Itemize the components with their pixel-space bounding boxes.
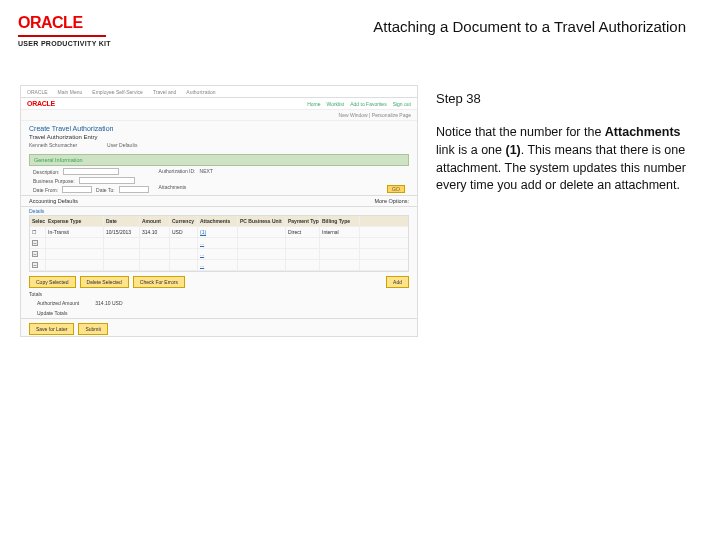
desc-input[interactable] bbox=[63, 168, 119, 175]
add-button[interactable]: Add bbox=[386, 276, 409, 288]
row-bill[interactable]: Internal bbox=[320, 227, 360, 237]
para-bold1: Attachments bbox=[605, 125, 681, 139]
update-totals-link[interactable]: Update Totals bbox=[37, 310, 67, 316]
attachments-link[interactable]: ... bbox=[200, 262, 204, 268]
ss-page-subtitle: Travel Authorization Entry bbox=[29, 134, 409, 140]
product-line: USER PRODUCTIVITY KIT bbox=[18, 40, 111, 47]
auth-amount-value: 314.10 USD bbox=[95, 300, 122, 306]
totals-label: Totals bbox=[21, 290, 417, 298]
table-row: –... bbox=[30, 260, 408, 271]
go-button[interactable]: GO bbox=[387, 185, 405, 193]
ss-top-menu: ORACLE Main Menu Employee Self-Service T… bbox=[21, 86, 417, 98]
th-pc: PC Business Unit bbox=[238, 216, 286, 226]
attachments-link[interactable]: ... bbox=[200, 240, 204, 246]
row-amt[interactable]: 314.10 bbox=[140, 227, 170, 237]
auth-amount-label: Authorized Amount bbox=[37, 300, 79, 306]
ss-emp-name: Kenneth Schumacher bbox=[29, 142, 77, 148]
ss-menu-item: Authorization bbox=[186, 89, 215, 95]
para-mid: link is a one bbox=[436, 143, 505, 157]
auth-label: Authorization ID: bbox=[159, 168, 196, 174]
attachments-link[interactable]: ... bbox=[200, 251, 204, 257]
check-errors-button[interactable]: Check For Errors bbox=[133, 276, 185, 288]
ss-crumb[interactable]: New Window | Personalize Page bbox=[21, 110, 417, 121]
th-amt: Amount bbox=[140, 216, 170, 226]
table-row: –... bbox=[30, 238, 408, 249]
bp-input[interactable] bbox=[79, 177, 135, 184]
attach-label[interactable]: Attachments bbox=[159, 184, 187, 190]
app-screenshot: ORACLE Main Menu Employee Self-Service T… bbox=[20, 85, 418, 337]
ss-link[interactable]: Home bbox=[307, 101, 320, 107]
expense-table: Select Expense Type Date Amount Currency… bbox=[29, 215, 409, 272]
table-row: –... bbox=[30, 249, 408, 260]
collapse-icon[interactable]: – bbox=[32, 251, 38, 257]
ss-menu-item: ORACLE bbox=[27, 89, 48, 95]
instruction-text: Notice that the number for the Attachmen… bbox=[436, 124, 692, 195]
ss-section-header[interactable]: General Information bbox=[29, 154, 409, 166]
th-att: Attachments bbox=[198, 216, 238, 226]
ss-link[interactable]: Worklist bbox=[327, 101, 345, 107]
delete-selected-button[interactable]: Delete Selected bbox=[80, 276, 129, 288]
attachments-link[interactable]: (1) bbox=[200, 229, 206, 235]
save-later-button[interactable]: Save for Later bbox=[29, 323, 74, 335]
oracle-mini-logo: ORACLE bbox=[27, 100, 55, 107]
ss-brand-bar: ORACLE Home Worklist Add to Favorites Si… bbox=[21, 98, 417, 110]
th-pay: Payment Type bbox=[286, 216, 320, 226]
row-cur: USD bbox=[170, 227, 198, 237]
collapse-icon[interactable]: – bbox=[32, 262, 38, 268]
brand-word: ORACLE bbox=[18, 14, 83, 32]
collapse-icon[interactable]: – bbox=[32, 240, 38, 246]
desc-label: Description: bbox=[33, 169, 59, 175]
instruction-panel: Step 38 Notice that the number for the A… bbox=[436, 85, 692, 337]
para-pre: Notice that the number for the bbox=[436, 125, 605, 139]
row-checkbox[interactable]: ☐ bbox=[30, 227, 46, 237]
row-type[interactable]: In-Transit bbox=[46, 227, 104, 237]
auth-value: NEXT bbox=[200, 168, 213, 174]
doc-header: ORACLE USER PRODUCTIVITY KIT Attaching a… bbox=[0, 0, 720, 55]
brand-divider bbox=[18, 35, 106, 37]
acct-defaults-link[interactable]: Accounting Defaults bbox=[29, 198, 374, 204]
ss-menu-item: Employee Self-Service bbox=[92, 89, 143, 95]
ss-header-links: Home Worklist Add to Favorites Sign out bbox=[307, 101, 411, 107]
ss-menu-item: Travel and bbox=[153, 89, 176, 95]
th-type: Expense Type bbox=[46, 216, 104, 226]
details-tab[interactable]: Details bbox=[21, 207, 417, 215]
th-cur: Currency bbox=[170, 216, 198, 226]
ss-page-title: Create Travel Authorization bbox=[29, 125, 409, 132]
th-bill: Billing Type bbox=[320, 216, 360, 226]
para-bold2: (1) bbox=[505, 143, 520, 157]
ss-link[interactable]: Add to Favorites bbox=[350, 101, 386, 107]
dt-label: Date To: bbox=[96, 187, 115, 193]
more-options-label[interactable]: More Options: bbox=[374, 198, 409, 204]
copy-selected-button[interactable]: Copy Selected bbox=[29, 276, 76, 288]
row-pay[interactable]: Direct bbox=[286, 227, 320, 237]
page-title: Attaching a Document to a Travel Authori… bbox=[373, 14, 686, 35]
df-label: Date From: bbox=[33, 187, 58, 193]
row-pc[interactable] bbox=[238, 227, 286, 237]
ss-defaults[interactable]: User Defaults bbox=[107, 142, 137, 148]
dt-input[interactable] bbox=[119, 186, 149, 193]
oracle-logo: ORACLE USER PRODUCTIVITY KIT bbox=[18, 14, 111, 47]
row-date[interactable]: 10/15/2013 bbox=[104, 227, 140, 237]
th-select: Select bbox=[30, 216, 46, 226]
df-input[interactable] bbox=[62, 186, 92, 193]
ss-menu-item: Main Menu bbox=[58, 89, 83, 95]
ss-link[interactable]: Sign out bbox=[393, 101, 411, 107]
submit-button[interactable]: Submit bbox=[78, 323, 108, 335]
bp-label: Business Purpose: bbox=[33, 178, 75, 184]
th-date: Date bbox=[104, 216, 140, 226]
table-row: ☐ In-Transit 10/15/2013 314.10 USD (1) D… bbox=[30, 227, 408, 238]
step-label: Step 38 bbox=[436, 91, 692, 106]
